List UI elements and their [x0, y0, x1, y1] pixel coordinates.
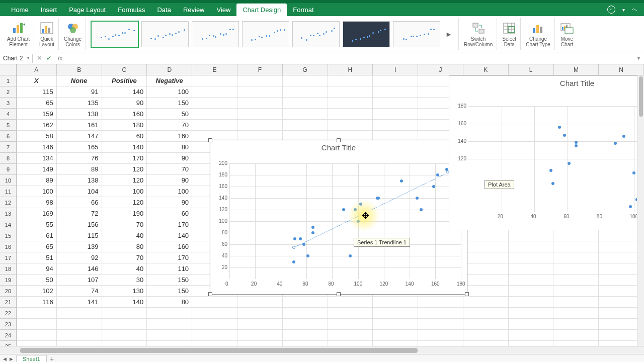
- cell-C14[interactable]: 70: [102, 219, 147, 230]
- cell-K25[interactable]: [463, 341, 509, 346]
- data-point[interactable]: [292, 260, 295, 263]
- cell-M16[interactable]: [553, 241, 599, 252]
- cell-K17[interactable]: [463, 252, 509, 263]
- data-point[interactable]: [299, 237, 302, 240]
- cell-I21[interactable]: [373, 297, 418, 308]
- data-point[interactable]: [551, 182, 554, 185]
- data-point[interactable]: [342, 208, 345, 211]
- data-point[interactable]: [306, 254, 309, 257]
- cell-D5[interactable]: 70: [147, 120, 192, 131]
- cell-D16[interactable]: 160: [147, 241, 192, 252]
- data-point[interactable]: [293, 237, 296, 240]
- row-header-24[interactable]: 24: [0, 330, 17, 341]
- name-box-dropdown-icon[interactable]: ▾: [27, 56, 29, 60]
- cell-G24[interactable]: [283, 330, 328, 341]
- cell-I5[interactable]: [373, 120, 418, 131]
- column-header-J[interactable]: J: [418, 64, 463, 75]
- move-chart-button[interactable]: Move Chart: [556, 18, 578, 50]
- cell-L23[interactable]: [509, 319, 554, 330]
- data-point[interactable]: [311, 231, 314, 234]
- cell-C6[interactable]: 60: [102, 131, 147, 142]
- cell-A9[interactable]: 149: [17, 164, 57, 175]
- cell-I4[interactable]: [373, 109, 418, 120]
- cell-K23[interactable]: [463, 319, 509, 330]
- column-header-L[interactable]: L: [509, 64, 554, 75]
- cell-B22[interactable]: [57, 308, 102, 319]
- cell-D10[interactable]: 90: [147, 175, 192, 186]
- select-data-button[interactable]: Select Data: [498, 18, 521, 50]
- cell-D23[interactable]: [147, 319, 192, 330]
- cell-M22[interactable]: [553, 308, 599, 319]
- add-chart-element-button[interactable]: + Add Chart Element: [3, 18, 34, 50]
- cell-B12[interactable]: 66: [57, 197, 102, 208]
- ribbon-tab-page-layout[interactable]: Page Layout: [63, 4, 112, 16]
- cell-B8[interactable]: 76: [57, 153, 102, 164]
- data-point[interactable]: [558, 126, 561, 129]
- ribbon-tab-insert[interactable]: Insert: [35, 4, 63, 16]
- cell-L20[interactable]: [509, 286, 554, 297]
- cell-L25[interactable]: [509, 341, 554, 346]
- plot-area[interactable]: 12014016018020406080100120140: [468, 106, 644, 212]
- row-header-4[interactable]: 4: [0, 109, 17, 120]
- cell-C16[interactable]: 80: [102, 241, 147, 252]
- cell-K15[interactable]: [463, 230, 509, 241]
- cell-D21[interactable]: 80: [147, 297, 192, 308]
- cell-A3[interactable]: 65: [17, 98, 57, 109]
- switch-row-column-button[interactable]: Switch Row/Column: [460, 18, 497, 50]
- cell-B4[interactable]: 138: [57, 109, 102, 120]
- cell-F25[interactable]: [237, 341, 283, 346]
- cell-D20[interactable]: 150: [147, 286, 192, 297]
- cell-G3[interactable]: [283, 98, 328, 109]
- cell-M20[interactable]: [553, 286, 599, 297]
- column-header-E[interactable]: E: [192, 64, 237, 75]
- cell-K21[interactable]: [463, 297, 509, 308]
- cell-B18[interactable]: 146: [57, 263, 102, 275]
- column-header-G[interactable]: G: [283, 64, 328, 75]
- column-header-D[interactable]: D: [147, 64, 192, 75]
- cell-J21[interactable]: [418, 297, 463, 308]
- cell-G25[interactable]: [283, 341, 328, 346]
- cell-B11[interactable]: 104: [57, 186, 102, 197]
- cell-H4[interactable]: [328, 109, 373, 120]
- sheet-nav-prev-icon[interactable]: ◀: [3, 356, 7, 361]
- cell-A7[interactable]: 146: [17, 142, 57, 153]
- column-header-F[interactable]: F: [237, 64, 283, 75]
- cell-D1[interactable]: Negative: [147, 75, 192, 86]
- cell-K20[interactable]: [463, 286, 509, 297]
- row-header-13[interactable]: 13: [0, 208, 17, 219]
- cell-I1[interactable]: [373, 75, 418, 86]
- resize-handle-nw[interactable]: [208, 138, 212, 142]
- cell-M17[interactable]: [553, 252, 599, 263]
- cell-F1[interactable]: [237, 75, 283, 86]
- cell-L24[interactable]: [509, 330, 554, 341]
- cell-C9[interactable]: 120: [102, 164, 147, 175]
- cell-C10[interactable]: 120: [102, 175, 147, 186]
- cell-H1[interactable]: [328, 75, 373, 86]
- cell-H25[interactable]: [328, 341, 373, 346]
- data-point[interactable]: [311, 226, 314, 229]
- cell-A15[interactable]: 61: [17, 230, 57, 241]
- cell-B10[interactable]: 138: [57, 175, 102, 186]
- data-point[interactable]: [349, 254, 352, 257]
- cell-D2[interactable]: 100: [147, 86, 192, 98]
- cell-F4[interactable]: [237, 109, 283, 120]
- cell-J24[interactable]: [418, 330, 463, 341]
- cell-D8[interactable]: 90: [147, 153, 192, 164]
- cell-H3[interactable]: [328, 98, 373, 109]
- cell-F5[interactable]: [237, 120, 283, 131]
- cell-M25[interactable]: [553, 341, 599, 346]
- cell-A23[interactable]: [17, 319, 57, 330]
- cell-C8[interactable]: 170: [102, 153, 147, 164]
- row-header-10[interactable]: 10: [0, 175, 17, 186]
- cell-C7[interactable]: 140: [102, 142, 147, 153]
- cell-H23[interactable]: [328, 319, 373, 330]
- cell-C17[interactable]: 70: [102, 252, 147, 263]
- cell-H24[interactable]: [328, 330, 373, 341]
- cell-L22[interactable]: [509, 308, 554, 319]
- cell-G23[interactable]: [283, 319, 328, 330]
- cell-I2[interactable]: [373, 86, 418, 98]
- row-header-12[interactable]: 12: [0, 197, 17, 208]
- cell-A2[interactable]: 115: [17, 86, 57, 98]
- cell-F21[interactable]: [237, 297, 283, 308]
- chart-style-thumb-2[interactable]: [141, 21, 189, 47]
